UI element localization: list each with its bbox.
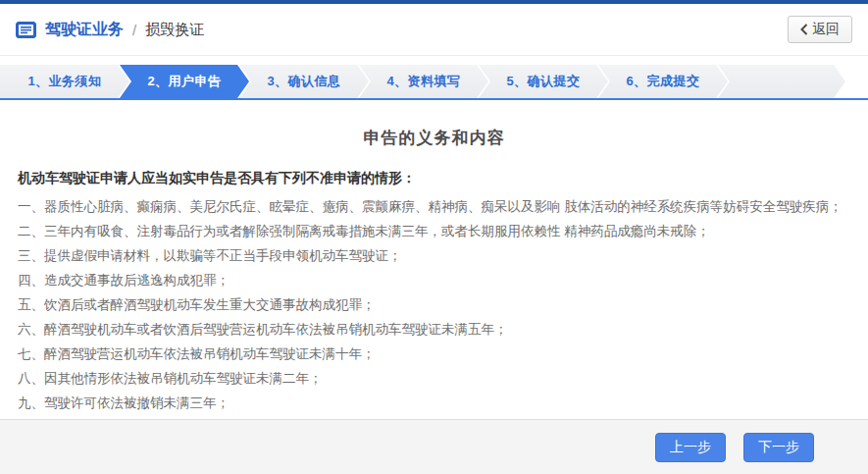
declaration-notice: 机动车驾驶证申请人应当如实申告是否具有下列不准申请的情形： 一、器质性心脏病、癫… <box>0 170 868 440</box>
declaration-item: 八、因其他情形依法被吊销机动车驾驶证未满二年； <box>18 366 850 391</box>
back-button[interactable]: 返回 <box>788 16 852 43</box>
step-bar-tail <box>718 65 845 98</box>
declaration-item: 五、饮酒后或者醉酒驾驶机动车发生重大交通事故构成犯罪； <box>18 292 850 317</box>
back-button-label: 返回 <box>812 21 840 38</box>
breadcrumb-current: 损毁换证 <box>145 21 204 39</box>
declaration-intro: 机动车驾驶证申请人应当如实申告是否具有下列不准申请的情形： <box>18 170 850 187</box>
breadcrumb-separator: / <box>132 22 136 38</box>
declaration-item: 九、驾驶许可依法被撤销未满三年； <box>18 391 850 415</box>
step-tab-finish-submit[interactable]: 6、完成提交 <box>598 65 728 98</box>
step-tab-business-notice[interactable]: 1、业务须知 <box>0 65 129 98</box>
declaration-item-list: 一、器质性心脏病、癫痫病、美尼尔氏症、眩晕症、癔病、震颤麻痹、精神病、痴呆以及影… <box>18 194 850 440</box>
header: 驾驶证业务 / 损毁换证 返回 <box>0 4 868 56</box>
page-title: 申告的义务和内容 <box>0 127 868 149</box>
declaration-item: 七、醉酒驾驶营运机动车依法被吊销机动车驾驶证未满十年； <box>18 342 850 366</box>
previous-step-button[interactable]: 上一步 <box>655 433 726 462</box>
step-tab-confirm-info[interactable]: 3、确认信息 <box>239 65 369 98</box>
back-chevron-icon <box>800 24 808 35</box>
declaration-item: 六、醉酒驾驶机动车或者饮酒后驾驶营运机动车依法被吊销机动车驾驶证未满五年； <box>18 317 850 342</box>
step-tab-user-declaration[interactable]: 2、用户申告 <box>120 65 249 98</box>
declaration-item: 一、器质性心脏病、癫痫病、美尼尔氏症、眩晕症、癔病、震颤麻痹、精神病、痴呆以及影… <box>18 194 850 219</box>
breadcrumb-root[interactable]: 驾驶证业务 <box>45 20 124 40</box>
footer-action-bar: 上一步 下一步 <box>0 419 868 474</box>
declaration-item: 三、提供虚假申请材料，以欺骗等不正当手段申领机动车驾驶证； <box>18 243 850 268</box>
license-business-icon <box>16 22 36 38</box>
step-wizard: 1、业务须知 2、用户申告 3、确认信息 4、资料填写 5、确认提交 6、完成提… <box>0 65 868 100</box>
declaration-item: 二、三年内有吸食、注射毒品行为或者解除强制隔离戒毒措施未满三年，或者长期服用依赖… <box>18 219 850 243</box>
next-step-button[interactable]: 下一步 <box>743 433 814 462</box>
declaration-item: 四、造成交通事故后逃逸构成犯罪； <box>18 268 850 292</box>
step-tab-fill-materials[interactable]: 4、资料填写 <box>359 65 488 98</box>
step-tab-confirm-submit[interactable]: 5、确认提交 <box>479 65 608 98</box>
